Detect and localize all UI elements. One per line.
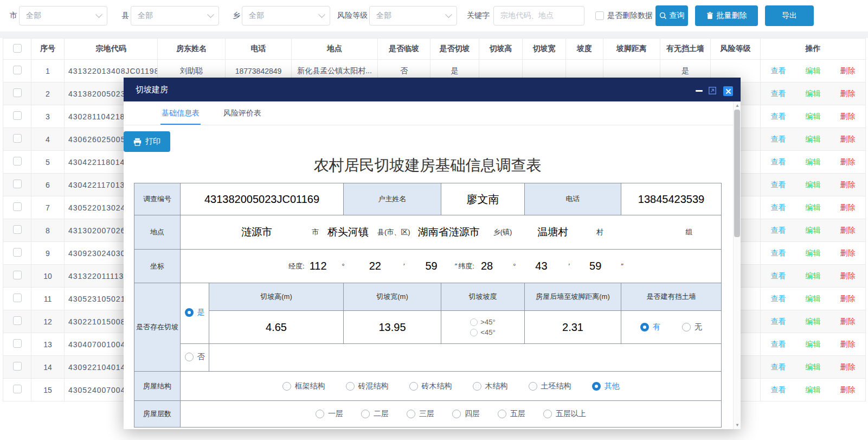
- batch-delete-button[interactable]: 批量删除: [695, 5, 758, 26]
- floors-option-radio[interactable]: 三层: [407, 409, 434, 419]
- row-checkbox[interactable]: [13, 339, 22, 348]
- delete-link[interactable]: 删除: [840, 203, 856, 212]
- view-link[interactable]: 查看: [771, 157, 786, 166]
- gt45-radio[interactable]: [470, 318, 478, 326]
- view-link[interactable]: 查看: [771, 135, 786, 143]
- structure-option-radio[interactable]: 框架结构: [282, 381, 325, 391]
- delete-link[interactable]: 删除: [840, 248, 856, 257]
- structure-option-radio[interactable]: 砖木结构: [409, 381, 452, 391]
- edit-link[interactable]: 编辑: [806, 317, 821, 326]
- edit-link[interactable]: 编辑: [806, 112, 821, 120]
- scrollbar-up-icon[interactable]: ▲: [734, 103, 741, 108]
- close-icon[interactable]: [723, 86, 733, 96]
- delete-link[interactable]: 删除: [840, 317, 856, 326]
- col-slope-width: 切坡宽: [523, 39, 566, 60]
- view-link[interactable]: 查看: [771, 112, 786, 120]
- edit-link[interactable]: 编辑: [806, 203, 821, 212]
- row-checkbox[interactable]: [13, 271, 22, 279]
- structure-option-radio[interactable]: 木结构: [473, 381, 508, 391]
- export-button[interactable]: 导出: [765, 5, 814, 26]
- delete-link[interactable]: 删除: [840, 362, 856, 371]
- edit-link[interactable]: 编辑: [806, 135, 821, 143]
- delete-link[interactable]: 删除: [840, 271, 856, 280]
- delete-link[interactable]: 删除: [840, 180, 856, 189]
- edit-link[interactable]: 编辑: [806, 248, 821, 257]
- row-checkbox[interactable]: [13, 316, 22, 325]
- view-link[interactable]: 查看: [771, 66, 786, 75]
- county-select[interactable]: 全部: [131, 6, 219, 25]
- structure-option-radio[interactable]: 土坯结构: [529, 381, 571, 391]
- view-link[interactable]: 查看: [771, 317, 786, 326]
- minimize-icon[interactable]: [696, 90, 703, 92]
- view-link[interactable]: 查看: [771, 226, 786, 234]
- slope-yes-radio[interactable]: 是: [185, 308, 205, 317]
- row-checkbox[interactable]: [13, 88, 22, 97]
- row-checkbox[interactable]: [13, 66, 22, 74]
- edit-link[interactable]: 编辑: [806, 157, 821, 166]
- modal-header[interactable]: 切坡建房: [124, 78, 741, 101]
- view-link[interactable]: 查看: [771, 385, 786, 394]
- view-link[interactable]: 查看: [771, 180, 786, 189]
- row-checkbox[interactable]: [13, 111, 22, 120]
- keyword-input[interactable]: 宗地代码、地点: [493, 6, 584, 25]
- wall-yes-radio[interactable]: 有: [640, 322, 660, 332]
- edit-link[interactable]: 编辑: [806, 66, 821, 75]
- delete-link[interactable]: 删除: [840, 157, 856, 166]
- view-link[interactable]: 查看: [771, 340, 786, 348]
- edit-link[interactable]: 编辑: [806, 385, 821, 394]
- row-checkbox[interactable]: [13, 134, 22, 143]
- view-link[interactable]: 查看: [771, 271, 786, 280]
- delete-link[interactable]: 删除: [840, 226, 856, 234]
- delete-link[interactable]: 删除: [840, 340, 856, 348]
- view-link[interactable]: 查看: [771, 203, 786, 212]
- row-checkbox[interactable]: [13, 180, 22, 188]
- delete-link[interactable]: 删除: [840, 89, 856, 98]
- floors-option-radio[interactable]: 二层: [361, 409, 389, 419]
- search-button[interactable]: 查询: [655, 5, 688, 26]
- floors-option-radio[interactable]: 五层以上: [543, 409, 586, 419]
- select-all-checkbox[interactable]: [13, 44, 22, 53]
- modal-scrollbar[interactable]: ▲ ▼: [733, 101, 741, 429]
- edit-link[interactable]: 编辑: [806, 340, 821, 348]
- delete-link[interactable]: 删除: [840, 385, 856, 394]
- edit-link[interactable]: 编辑: [806, 226, 821, 234]
- slope-no-radio[interactable]: 否: [185, 352, 205, 362]
- structure-option-radio[interactable]: 砖混结构: [346, 381, 389, 391]
- edit-link[interactable]: 编辑: [806, 362, 821, 371]
- floors-option-radio[interactable]: 一层: [316, 409, 343, 419]
- row-checkbox[interactable]: [13, 225, 22, 234]
- view-link[interactable]: 查看: [771, 248, 786, 257]
- lt45-radio[interactable]: [470, 329, 478, 336]
- view-link[interactable]: 查看: [771, 362, 786, 371]
- scrollbar-down-icon[interactable]: ▼: [734, 423, 741, 428]
- maximize-icon[interactable]: [709, 87, 716, 94]
- view-link[interactable]: 查看: [771, 294, 786, 303]
- row-checkbox[interactable]: [13, 248, 22, 257]
- row-checkbox[interactable]: [13, 157, 22, 165]
- row-checkbox[interactable]: [13, 202, 22, 211]
- scrollbar-thumb[interactable]: [734, 110, 740, 237]
- tab-risk-evaluation[interactable]: 风险评价表: [222, 101, 262, 125]
- delete-data-checkbox[interactable]: [595, 11, 604, 20]
- delete-link[interactable]: 删除: [840, 294, 856, 303]
- edit-link[interactable]: 编辑: [806, 89, 821, 98]
- print-button[interactable]: 打印: [124, 131, 170, 152]
- edit-link[interactable]: 编辑: [806, 294, 821, 303]
- delete-link[interactable]: 删除: [840, 135, 856, 143]
- row-checkbox[interactable]: [13, 362, 22, 371]
- tab-basic-info[interactable]: 基础信息表: [160, 101, 201, 125]
- edit-link[interactable]: 编辑: [806, 180, 821, 189]
- row-checkbox[interactable]: [13, 294, 22, 302]
- delete-link[interactable]: 删除: [840, 112, 856, 120]
- risk-select[interactable]: 全部: [369, 6, 457, 25]
- edit-link[interactable]: 编辑: [806, 271, 821, 280]
- wall-no-radio[interactable]: 无: [682, 322, 702, 332]
- view-link[interactable]: 查看: [771, 89, 786, 98]
- floors-option-radio[interactable]: 四层: [452, 409, 480, 419]
- row-checkbox[interactable]: [13, 385, 22, 393]
- delete-link[interactable]: 删除: [840, 66, 856, 75]
- township-select[interactable]: 全部: [242, 6, 330, 25]
- floors-option-radio[interactable]: 五层: [498, 409, 525, 419]
- structure-option-radio[interactable]: 其他: [592, 381, 620, 391]
- city-select[interactable]: 全部: [19, 6, 107, 25]
